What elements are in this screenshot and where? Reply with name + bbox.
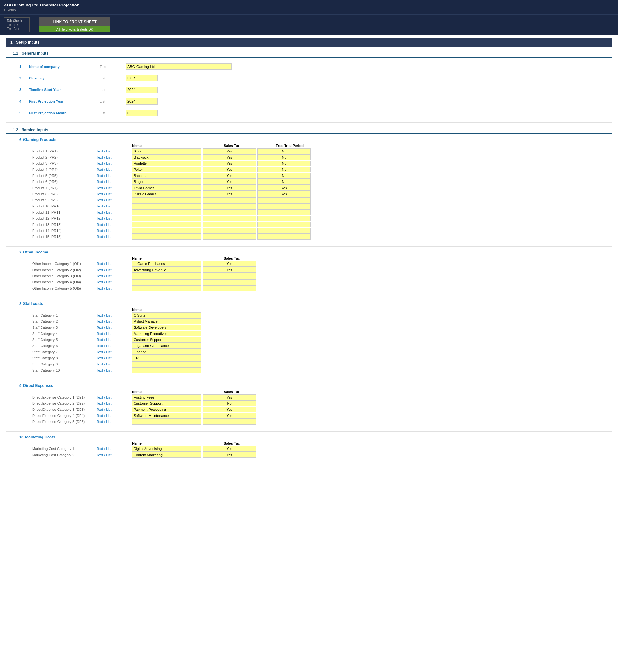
prod-name-input[interactable] [132, 234, 201, 240]
prod-tax-input[interactable] [203, 148, 256, 154]
prod-trial-input[interactable] [258, 210, 311, 215]
oi-tax-input[interactable] [203, 273, 256, 279]
input-row-field[interactable] [125, 98, 158, 105]
link-to-front-sheet-button[interactable]: LINK TO FRONT SHEET [39, 17, 110, 26]
prod-name-input[interactable] [132, 216, 201, 221]
staff-name-input[interactable] [132, 349, 201, 355]
prod-tax-input[interactable] [203, 191, 256, 197]
prod-trial-input[interactable] [258, 216, 311, 221]
prod-trial-input[interactable] [258, 179, 311, 185]
prod-name-input[interactable] [132, 222, 201, 228]
err-label: Err [7, 27, 11, 30]
de-tax-input[interactable] [203, 413, 256, 418]
input-row-field[interactable] [125, 75, 158, 82]
prod-tax-input[interactable] [203, 154, 256, 160]
prod-tax-input[interactable] [203, 210, 256, 215]
staff-name-input[interactable] [132, 318, 201, 324]
prod-trial-input[interactable] [258, 167, 311, 172]
staff-type: Text / List [97, 319, 132, 323]
prod-trial-input[interactable] [258, 148, 311, 154]
de-label: Direct Expense Category 2 (DE2) [32, 401, 97, 405]
de-tax-input[interactable] [203, 401, 256, 406]
section8-container: 8 Staff costs Name Staff Category 1 Text… [19, 301, 612, 373]
oi-name-input[interactable] [132, 261, 201, 267]
prod-trial-input[interactable] [258, 191, 311, 197]
input-row-field[interactable] [125, 63, 232, 70]
prod-tax-input[interactable] [203, 228, 256, 234]
staff-name-input[interactable] [132, 312, 201, 318]
direct-exp-header: Name Sales Tax [132, 390, 612, 394]
prod-name-input[interactable] [132, 228, 201, 234]
oi-tax-input[interactable] [203, 279, 256, 285]
staff-name-input[interactable] [132, 367, 201, 373]
prod-trial-input[interactable] [258, 160, 311, 166]
oi-name-input[interactable] [132, 279, 201, 285]
prod-tax-input[interactable] [203, 203, 256, 209]
de-tax-input[interactable] [203, 407, 256, 412]
prod-type: Text / List [97, 155, 132, 159]
prod-label: Product 13 (PR13) [32, 223, 97, 227]
input-row-field[interactable] [125, 110, 158, 116]
de-name-input[interactable] [132, 419, 201, 425]
section7-container: 7 Other Income Name Sales Tax Other Inco… [19, 250, 612, 291]
prod-trial-input[interactable] [258, 203, 311, 209]
tab-check-title: Tab Check [7, 19, 27, 22]
prod-name-input[interactable] [132, 160, 201, 166]
prod-tax-input[interactable] [203, 179, 256, 185]
prod-trial-input[interactable] [258, 234, 311, 240]
staff-name-input[interactable] [132, 361, 201, 367]
oi-name-input[interactable] [132, 267, 201, 273]
mc-tax-input[interactable] [203, 446, 256, 452]
prod-trial-input[interactable] [258, 185, 311, 191]
de-tax-input[interactable] [203, 394, 256, 400]
oi-tax-input[interactable] [203, 267, 256, 273]
prod-name-input[interactable] [132, 197, 201, 203]
prod-tax-input[interactable] [203, 160, 256, 166]
prod-name-input[interactable] [132, 148, 201, 154]
de-name-input[interactable] [132, 401, 201, 406]
prod-trial-input[interactable] [258, 222, 311, 228]
de-name-input[interactable] [132, 407, 201, 412]
staff-name-input[interactable] [132, 355, 201, 361]
prod-name-input[interactable] [132, 203, 201, 209]
prod-tax-input[interactable] [203, 185, 256, 191]
prod-trial-input[interactable] [258, 228, 311, 234]
prod-trial-input[interactable] [258, 197, 311, 203]
prod-tax-input[interactable] [203, 234, 256, 240]
prod-name-input[interactable] [132, 154, 201, 160]
prod-name-input[interactable] [132, 210, 201, 215]
prod-tax-input[interactable] [203, 216, 256, 221]
prod-name-input[interactable] [132, 173, 201, 178]
mc-name-input[interactable] [132, 452, 201, 458]
prod-tax-input[interactable] [203, 167, 256, 172]
prod-tax-input[interactable] [203, 173, 256, 178]
input-row-type: List [100, 88, 125, 92]
prod-name-input[interactable] [132, 191, 201, 197]
oi-type: Text / List [97, 286, 132, 290]
oi-tax-input[interactable] [203, 285, 256, 291]
prod-name-input[interactable] [132, 185, 201, 191]
prod-trial-input[interactable] [258, 154, 311, 160]
prod-tax-input[interactable] [203, 222, 256, 228]
mc-tax-input[interactable] [203, 452, 256, 458]
staff-name-input[interactable] [132, 337, 201, 343]
prod-trial-input[interactable] [258, 173, 311, 178]
staff-name-input[interactable] [132, 331, 201, 337]
de-name-input[interactable] [132, 394, 201, 400]
staff-name-input[interactable] [132, 343, 201, 349]
de-name-input[interactable] [132, 413, 201, 418]
prod-tax-input[interactable] [203, 197, 256, 203]
col-trial-header: Free Trial Period [261, 144, 319, 148]
oi-name-input[interactable] [132, 273, 201, 279]
prod-name-input[interactable] [132, 167, 201, 172]
input-row-field[interactable] [125, 87, 158, 93]
staff-type: Text / List [97, 338, 132, 342]
oi-tax-input[interactable] [203, 261, 256, 267]
mc-name-input[interactable] [132, 446, 201, 452]
prod-label: Product 12 (PR12) [32, 217, 97, 220]
staff-row: Staff Category 8 Text / List [32, 355, 612, 361]
staff-name-input[interactable] [132, 324, 201, 330]
prod-name-input[interactable] [132, 179, 201, 185]
oi-name-input[interactable] [132, 285, 201, 291]
de-tax-input[interactable] [203, 419, 256, 425]
